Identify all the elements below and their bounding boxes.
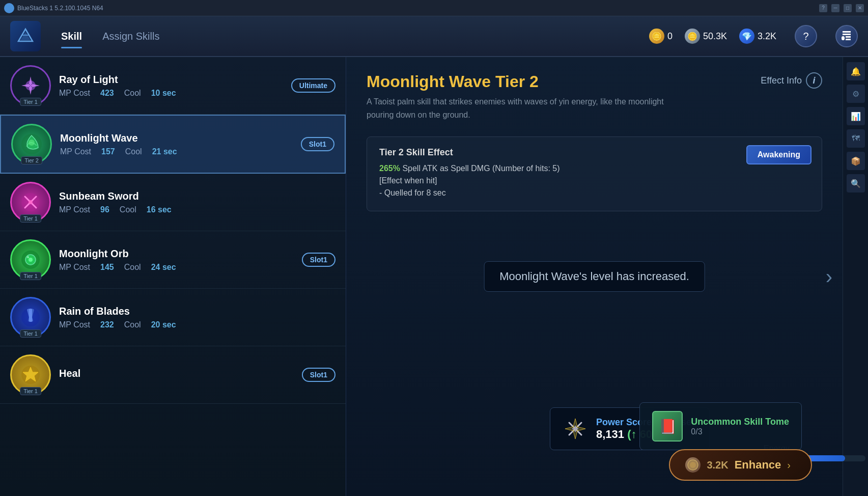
svg-rect-3 (843, 31, 851, 33)
enhance-button[interactable]: 3.2K Enhance › (669, 449, 812, 481)
tier-badge-orb: Tier 1 (20, 272, 41, 280)
nav-currency: 🪙 0 🪙 50.3K 💎 3.2K ? (649, 25, 858, 47)
skill-effect-title: Tier 2 Skill Effect (379, 147, 809, 158)
mp-label: MP Cost (59, 89, 90, 98)
currency-silver: 🪙 50.3K (685, 29, 727, 44)
mp-label4: MP Cost (59, 263, 90, 272)
effect-info-button[interactable]: Effect Info i (761, 72, 822, 89)
mp-value5: 232 (100, 320, 114, 329)
skill-icon-wrap: Tier 1 (10, 65, 51, 106)
nav-logo[interactable] (10, 21, 41, 51)
app-title: BlueStacks 1 5.2.100.1045 N64 (17, 5, 103, 12)
svg-rect-6 (846, 39, 851, 40)
ultimate-badge: Ultimate (291, 78, 335, 93)
ray-of-light-name: Ray of Light (59, 74, 291, 86)
title-bar: BlueStacks 1 5.2.100.1045 N64 ? ─ □ ✕ (0, 0, 868, 16)
tab-assign-skills[interactable]: Assign Skills (102, 26, 159, 46)
cool-value2: 21 sec (152, 147, 177, 156)
gold-coin-icon: 🪙 (649, 29, 664, 44)
sidebar-icon-0[interactable]: 🔔 (847, 62, 865, 80)
cool-label4: Cool (124, 263, 141, 272)
blue-amount: 3.2K (758, 31, 776, 42)
tome-icon: 📕 (652, 411, 683, 442)
minimize-btn[interactable]: ─ (831, 4, 839, 12)
restore-btn[interactable]: □ (844, 4, 852, 12)
svg-rect-5 (846, 36, 851, 38)
currency-gold: 🪙 0 (649, 29, 673, 44)
skill-description: A Taoist palm skill that strikes enemies… (367, 95, 672, 121)
cool-value3: 16 sec (147, 205, 172, 214)
sidebar-icon-4[interactable]: 📦 (847, 152, 865, 170)
skill-item-heal[interactable]: Tier 1 Heal Slot1 (0, 346, 346, 404)
power-score-icon (563, 416, 588, 442)
svg-point-35 (690, 462, 696, 468)
effect-line-2: [Effect when hit] (379, 176, 809, 185)
moonlight-wave-name: Moonlight Wave (60, 132, 301, 144)
skill-icon-wrap-heal: Tier 1 (10, 354, 51, 395)
silver-amount: 50.3K (703, 31, 727, 42)
cool-value4: 24 sec (151, 263, 176, 272)
tome-info: Uncommon Skill Tome 0/3 (691, 417, 789, 436)
moonlight-orb-info: Moonlight Orb MP Cost 145 Cool 24 sec (59, 248, 302, 272)
bluestacks-icon (4, 3, 14, 13)
skill-detail-panel: Moonlight Wave Tier 2 Effect Info i A Ta… (346, 57, 843, 496)
cool-label2: Cool (125, 147, 142, 156)
cool-label3: Cool (120, 205, 136, 214)
effect-text-3: - Quelled for 8 sec (379, 188, 446, 197)
tome-count: 0/3 (691, 427, 789, 436)
sidebar-icon-2[interactable]: 📊 (847, 107, 865, 125)
skill-item-sunbeam-sword[interactable]: Tier 1 Sunbeam Sword MP Cost 96 Cool 16 … (0, 174, 346, 231)
skill-item-ray-of-light[interactable]: Tier 1 Ray of Light MP Cost 423 Cool 10 … (0, 57, 346, 115)
moonlight-orb-name: Moonlight Orb (59, 248, 302, 260)
mp-label5: MP Cost (59, 320, 90, 329)
tab-skill[interactable]: Skill (61, 26, 82, 46)
sidebar-icon-1[interactable]: ⚙ (847, 85, 865, 103)
cool-value: 10 sec (151, 89, 176, 98)
sidebar-icon-3[interactable]: 🗺 (847, 129, 865, 148)
content-area: Tier 1 Ray of Light MP Cost 423 Cool 10 … (0, 57, 868, 496)
mp-label3: MP Cost (59, 205, 90, 214)
mp-value4: 145 (100, 263, 114, 272)
mp-value3: 96 (100, 205, 109, 214)
sunbeam-sword-info: Sunbeam Sword MP Cost 96 Cool 16 sec (59, 190, 335, 214)
rain-of-blades-stats: MP Cost 232 Cool 20 sec (59, 320, 335, 329)
moonlight-orb-stats: MP Cost 145 Cool 24 sec (59, 263, 302, 272)
effect-text-2: [Effect when hit] (379, 176, 437, 185)
tier-badge-ray: Tier 1 (20, 98, 41, 106)
svg-point-22 (27, 256, 29, 258)
mp-value2: 157 (101, 147, 115, 156)
notification-popup: Moonlight Wave's level has increased. (484, 261, 705, 292)
svg-rect-26 (29, 309, 32, 322)
effect-info-icon: i (806, 72, 822, 89)
skill-item-moonlight-orb[interactable]: Tier 1 Moonlight Orb MP Cost 145 Cool 24… (0, 231, 346, 289)
svg-point-18 (29, 200, 33, 204)
slot1-badge-heal: Slot1 (302, 368, 335, 382)
profile-button[interactable] (835, 25, 858, 47)
skill-icon-wrap-blades: Tier 1 (10, 297, 51, 338)
right-sidebar: 🔔 ⚙ 📊 🗺 📦 🔍 (843, 57, 868, 496)
help-btn[interactable]: ? (819, 4, 827, 12)
moonlight-wave-stats: MP Cost 157 Cool 21 sec (60, 147, 301, 156)
tier-badge-heal: Tier 1 (20, 387, 41, 395)
skill-effect-section: Tier 2 Skill Effect Awakening 265% Spell… (367, 136, 822, 211)
silver-coin-icon: 🪙 (685, 29, 700, 44)
awakening-button[interactable]: Awakening (746, 145, 811, 164)
skill-item-moonlight-wave[interactable]: Tier 2 Moonlight Wave MP Cost 157 Cool 2… (0, 115, 346, 174)
cool-value5: 20 sec (151, 320, 176, 329)
effect-text-1: Spell ATK as Spell DMG (Number of hits: … (402, 164, 559, 173)
main-nav: Skill Assign Skills 🪙 0 🪙 50.3K 💎 3.2K ? (0, 16, 868, 57)
blue-gem-icon: 💎 (739, 29, 754, 44)
moonlight-wave-info: Moonlight Wave MP Cost 157 Cool 21 sec (60, 132, 301, 156)
help-button[interactable]: ? (795, 25, 817, 47)
skill-item-rain-of-blades[interactable]: Tier 1 Rain of Blades MP Cost 232 Cool 2… (0, 289, 346, 346)
effect-info-label: Effect Info (761, 75, 802, 86)
window-controls: ? ─ □ ✕ (819, 4, 864, 12)
sidebar-icon-5[interactable]: 🔍 (847, 174, 865, 192)
enhance-label: Enhance (735, 458, 781, 472)
close-btn[interactable]: ✕ (856, 4, 864, 12)
skill-tome-popup: 📕 Uncommon Skill Tome 0/3 (639, 402, 802, 450)
enhance-cost: 3.2K (707, 459, 728, 471)
next-arrow[interactable]: › (826, 265, 832, 288)
nav-tabs: Skill Assign Skills (61, 26, 159, 46)
svg-point-21 (29, 258, 33, 262)
